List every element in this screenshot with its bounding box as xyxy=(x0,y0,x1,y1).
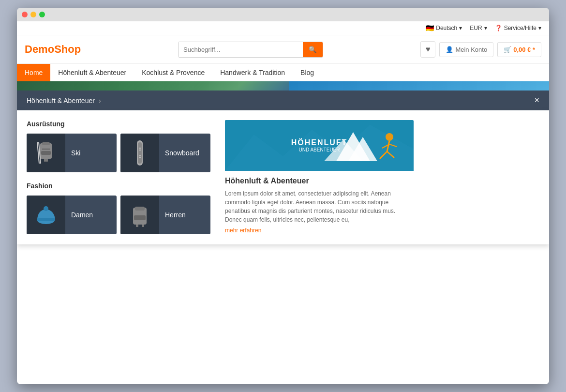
snowboard-product-icon xyxy=(125,138,154,167)
flag-icon: 🇩🇪 xyxy=(426,24,434,32)
damen-label: Damen xyxy=(65,211,99,219)
breadcrumb-chevron-icon: › xyxy=(99,97,101,105)
backpack-product-icon xyxy=(127,202,153,228)
cart-button[interactable]: 🛒 0,00 € * xyxy=(497,42,541,57)
service-selector[interactable]: ❓ Service/Hilfe ▾ xyxy=(495,25,541,31)
fashion-grid: Damen xyxy=(27,196,210,234)
snowboard-card-image xyxy=(120,134,159,172)
herren-card[interactable]: Herren xyxy=(120,196,210,234)
fashion-section: Fashion xyxy=(27,182,210,234)
question-icon: ❓ xyxy=(495,25,502,31)
account-label: Mein Konto xyxy=(455,46,487,53)
main-header: DemoShop 🔍 ♥ 👤 Mein Konto 🛒 0,00 € xyxy=(17,35,549,63)
snowboard-card[interactable]: Snowboard xyxy=(120,134,210,172)
heart-icon: ♥ xyxy=(426,45,431,53)
cart-total: 0,00 € * xyxy=(513,46,535,53)
damen-card-image xyxy=(27,196,65,234)
nav-item-blog[interactable]: Blog xyxy=(293,64,322,81)
svg-point-27 xyxy=(386,133,393,141)
promo-image-content: HÖHENLUFT UND ABENTEUER xyxy=(291,138,348,152)
browser-window: 🇩🇪 Deutsch ▾ EUR ▾ ❓ Service/Hilfe ▾ Dem… xyxy=(17,8,549,384)
dropdown-breadcrumb: Höhenluft & Abenteuer › xyxy=(27,97,101,105)
close-dot[interactable] xyxy=(22,12,28,17)
dropdown-menu: Höhenluft & Abenteuer › × Ausrüstung xyxy=(17,90,549,244)
svg-rect-4 xyxy=(44,159,46,162)
promo-image: HÖHENLUFT UND ABENTEUER xyxy=(225,120,414,171)
language-selector[interactable]: 🇩🇪 Deutsch ▾ xyxy=(426,24,462,32)
svg-rect-20 xyxy=(136,225,138,227)
search-button[interactable]: 🔍 xyxy=(303,42,323,57)
cart-icon: 🛒 xyxy=(504,46,511,53)
damen-card[interactable]: Damen xyxy=(27,196,117,234)
search-bar: 🔍 xyxy=(178,42,323,58)
logo-demo: Demo xyxy=(25,43,54,55)
fashion-title: Fashion xyxy=(27,182,210,190)
language-label: Deutsch xyxy=(436,25,457,31)
svg-rect-16 xyxy=(37,218,55,221)
hat-product-icon xyxy=(33,202,60,228)
promo-more-link[interactable]: mehr erfahren xyxy=(225,226,261,235)
ski-label: Ski xyxy=(65,149,86,157)
svg-rect-18 xyxy=(135,207,145,211)
language-chevron-icon: ▾ xyxy=(459,25,462,31)
promo-section: HÖHENLUFT UND ABENTEUER Höhenluft & Aben… xyxy=(225,120,414,235)
currency-chevron-icon: ▾ xyxy=(484,25,487,31)
logo[interactable]: DemoShop xyxy=(25,43,81,56)
browser-content: 🇩🇪 Deutsch ▾ EUR ▾ ❓ Service/Hilfe ▾ Dem… xyxy=(17,21,549,384)
account-button[interactable]: 👤 Mein Konto xyxy=(439,42,493,57)
ausruestung-section: Ausrüstung xyxy=(27,120,210,235)
promo-sub-title: UND ABENTEUER xyxy=(291,147,348,152)
logo-shop: Shop xyxy=(54,43,81,55)
svg-rect-2 xyxy=(41,151,51,155)
snowboard-label: Snowboard xyxy=(159,149,205,157)
main-nav: Home Höhenluft & Abenteuer Kochlust & Pr… xyxy=(17,63,549,81)
maximize-dot[interactable] xyxy=(39,12,45,17)
nav-item-hoehenluft[interactable]: Höhenluft & Abenteuer xyxy=(50,64,134,81)
herren-card-image xyxy=(120,196,159,234)
promo-main-title: HÖHENLUFT xyxy=(291,138,348,147)
ausruestung-grid: Ski xyxy=(27,134,210,172)
svg-rect-19 xyxy=(134,215,146,220)
promo-body-text: Lorem ipsum dolor sit amet, consectetuer… xyxy=(225,189,414,235)
dropdown-title: Höhenluft & Abenteuer xyxy=(27,97,95,105)
svg-rect-5 xyxy=(46,159,48,162)
minimize-dot[interactable] xyxy=(30,12,36,17)
search-icon: 🔍 xyxy=(309,46,317,53)
nav-item-handwerk[interactable]: Handwerk & Tradition xyxy=(212,64,293,81)
service-chevron-icon: ▾ xyxy=(538,25,541,31)
nav-item-kochlust[interactable]: Kochlust & Provence xyxy=(134,64,212,81)
user-icon: 👤 xyxy=(446,46,453,53)
currency-label: EUR xyxy=(470,25,482,31)
dropdown-close-button[interactable]: × xyxy=(534,95,539,106)
service-label: Service/Hilfe xyxy=(504,25,536,31)
svg-point-15 xyxy=(44,206,48,211)
ski-card-image xyxy=(27,134,65,172)
dropdown-header: Höhenluft & Abenteuer › × xyxy=(17,90,549,110)
wishlist-button[interactable]: ♥ xyxy=(420,41,436,58)
header-actions: ♥ 👤 Mein Konto 🛒 0,00 € * xyxy=(420,41,541,58)
currency-selector[interactable]: EUR ▾ xyxy=(470,25,487,31)
ausruestung-title: Ausrüstung xyxy=(27,120,210,128)
nav-item-home[interactable]: Home xyxy=(17,64,50,81)
herren-label: Herren xyxy=(159,211,192,219)
promo-section-title: Höhenluft & Abenteuer xyxy=(225,177,414,185)
title-bar xyxy=(17,8,549,21)
svg-rect-9 xyxy=(138,142,142,164)
ski-product-icon xyxy=(31,138,60,167)
dropdown-body: Ausrüstung xyxy=(17,110,549,244)
svg-rect-1 xyxy=(42,142,50,145)
top-bar: 🇩🇪 Deutsch ▾ EUR ▾ ❓ Service/Hilfe ▾ xyxy=(17,21,549,35)
ski-card[interactable]: Ski xyxy=(27,134,117,172)
search-input[interactable] xyxy=(179,42,303,57)
svg-rect-21 xyxy=(142,225,144,227)
